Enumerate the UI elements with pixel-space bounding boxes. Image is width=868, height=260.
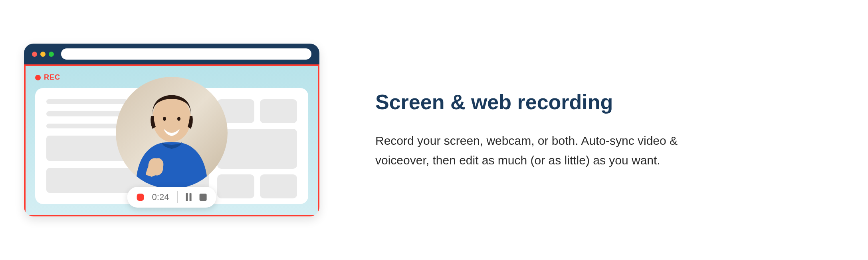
close-icon — [32, 52, 37, 57]
skeleton-tile — [217, 129, 297, 169]
svg-point-1 — [163, 117, 166, 121]
feature-description: Record your screen, webcam, or both. Aut… — [375, 131, 735, 170]
minimize-icon — [40, 52, 46, 57]
pause-button-icon[interactable] — [186, 193, 191, 201]
browser-content: REC — [24, 64, 319, 216]
skeleton-right-column — [217, 99, 297, 193]
address-bar — [61, 48, 311, 60]
feature-heading: Screen & web recording — [375, 90, 735, 114]
browser-window: REC — [24, 44, 319, 216]
traffic-lights — [32, 52, 54, 57]
recording-illustration: REC — [24, 44, 319, 216]
webcam-preview — [116, 77, 228, 189]
record-dot-icon — [35, 75, 41, 80]
divider — [177, 191, 178, 203]
svg-point-2 — [177, 117, 180, 121]
skeleton-tile — [260, 174, 297, 198]
recording-label: REC — [44, 73, 60, 82]
playback-controls: 0:24 — [127, 187, 216, 208]
maximize-icon — [49, 52, 54, 57]
elapsed-time: 0:24 — [152, 192, 169, 202]
skeleton-tile — [260, 99, 297, 123]
feature-text: Screen & web recording Record your scree… — [375, 90, 735, 170]
record-button-icon[interactable] — [137, 194, 144, 201]
skeleton-tile — [217, 174, 254, 198]
browser-titlebar — [24, 44, 319, 64]
stop-button-icon[interactable] — [199, 194, 206, 201]
skeleton-line — [46, 99, 128, 104]
person-avatar-icon — [116, 77, 228, 189]
